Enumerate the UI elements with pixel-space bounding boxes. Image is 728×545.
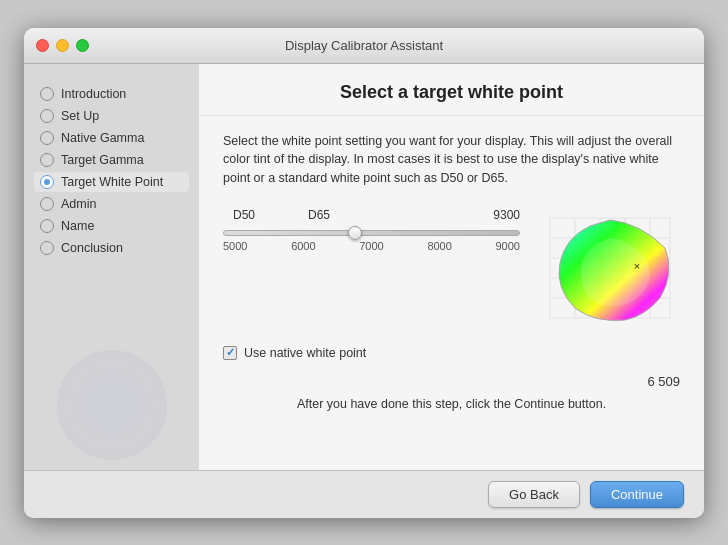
bullet-icon: [40, 241, 54, 255]
label-8000: 8000: [427, 240, 451, 252]
bullet-active-icon: [40, 175, 54, 189]
bullet-icon: [40, 219, 54, 233]
label-d50: D50: [233, 208, 255, 222]
native-white-point-checkbox[interactable]: [223, 346, 237, 360]
sidebar-item-target-gamma[interactable]: Target Gamma: [34, 150, 189, 170]
label-6000: 6000: [291, 240, 315, 252]
window: Display Calibrator Assistant Introductio…: [24, 28, 704, 518]
sidebar-item-setup[interactable]: Set Up: [34, 106, 189, 126]
bullet-icon: [40, 197, 54, 211]
slider-track: [223, 230, 520, 236]
traffic-lights: [36, 39, 89, 52]
sidebar-watermark: [57, 350, 167, 460]
sidebar-item-conclusion[interactable]: Conclusion: [34, 238, 189, 258]
maximize-button[interactable]: [76, 39, 89, 52]
titlebar: Display Calibrator Assistant: [24, 28, 704, 64]
sidebar-item-target-white-point[interactable]: Target White Point: [34, 172, 189, 192]
page-title: Select a target white point: [199, 64, 704, 116]
sidebar-item-admin[interactable]: Admin: [34, 194, 189, 214]
continue-button[interactable]: Continue: [590, 481, 684, 508]
minimize-button[interactable]: [56, 39, 69, 52]
slider-top-labels: D50 D65 9300: [223, 208, 520, 226]
window-title: Display Calibrator Assistant: [285, 38, 443, 53]
content-area: Introduction Set Up Native Gamma Target …: [24, 64, 704, 470]
go-back-button[interactable]: Go Back: [488, 481, 580, 508]
sidebar-item-label: Conclusion: [61, 241, 123, 255]
close-button[interactable]: [36, 39, 49, 52]
sidebar-item-label: Target White Point: [61, 175, 163, 189]
sidebar-item-introduction[interactable]: Introduction: [34, 84, 189, 104]
label-9300: 9300: [493, 208, 520, 222]
sidebar-item-label: Target Gamma: [61, 153, 144, 167]
slider-bottom-labels: 5000 6000 7000 8000 9000: [223, 240, 520, 252]
label-5000: 5000: [223, 240, 247, 252]
sidebar-item-native-gamma[interactable]: Native Gamma: [34, 128, 189, 148]
sidebar-item-label: Set Up: [61, 109, 99, 123]
label-9000: 9000: [496, 240, 520, 252]
slider-area: D50 D65 9300 5000 6000 7000: [223, 208, 680, 328]
main-panel: Select a target white point Select the w…: [199, 64, 704, 470]
bullet-icon: [40, 87, 54, 101]
bullet-icon: [40, 131, 54, 145]
checkbox-row: Use native white point: [223, 346, 680, 360]
sidebar-item-name[interactable]: Name: [34, 216, 189, 236]
label-d65: D65: [308, 208, 330, 222]
footer: Go Back Continue: [24, 470, 704, 518]
bullet-icon: [40, 153, 54, 167]
bullet-icon: [40, 109, 54, 123]
description-text: Select the white point setting you want …: [223, 132, 680, 188]
value-display: 6 509: [223, 374, 680, 389]
svg-text:×: ×: [634, 260, 640, 272]
sidebar-item-label: Native Gamma: [61, 131, 144, 145]
after-text: After you have done this step, click the…: [223, 397, 680, 411]
slider-track-container: [223, 230, 520, 236]
label-7000: 7000: [359, 240, 383, 252]
sidebar: Introduction Set Up Native Gamma Target …: [24, 64, 199, 470]
chromaticity-diagram: ×: [540, 208, 680, 328]
sidebar-item-label: Admin: [61, 197, 96, 211]
sidebar-item-label: Name: [61, 219, 94, 233]
slider-section: D50 D65 9300 5000 6000 7000: [223, 208, 520, 252]
slider-thumb[interactable]: [348, 226, 362, 240]
main-body: Select the white point setting you want …: [199, 116, 704, 470]
sidebar-item-label: Introduction: [61, 87, 126, 101]
checkbox-label: Use native white point: [244, 346, 366, 360]
